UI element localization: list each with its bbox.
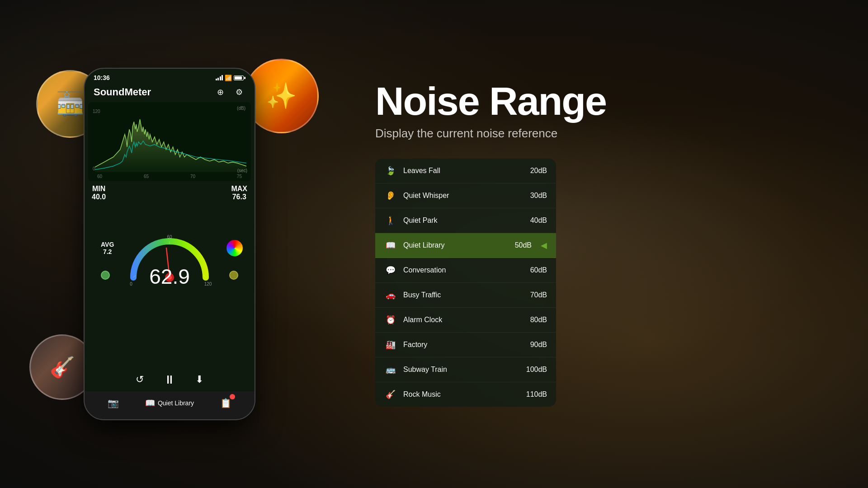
chart-x-labels: 60 65 70 75 (97, 174, 242, 179)
noise-name: Busy Traffic (403, 291, 516, 299)
noise-item[interactable]: 👂 Quiet Whisper 30dB (375, 183, 556, 208)
library-icon: 📖 (145, 398, 155, 408)
noise-name: Quiet Library (403, 241, 500, 249)
app-header: SoundMeter ⊕ ⚙ (85, 83, 255, 102)
avg-label: AVG (101, 241, 114, 248)
main-container: 🚋 ✨ 🎸 10:36 (0, 0, 868, 488)
chart-x-60: 60 (97, 174, 102, 179)
noise-name: Alarm Clock (403, 316, 516, 324)
noise-db: 60dB (522, 266, 547, 274)
min-max-row: MIN 40.0 MAX 76.3 (92, 185, 247, 201)
status-icons: 📶 (216, 75, 246, 81)
noise-db: 110dB (522, 390, 547, 399)
app-title: SoundMeter (94, 86, 151, 98)
avg-value: 7.2 (101, 248, 114, 255)
phone-section: 🚋 ✨ 🎸 10:36 (0, 0, 339, 488)
notes-icon: 📋 (219, 396, 233, 410)
noise-icon: 🎸 (384, 388, 397, 401)
active-arrow: ◀ (541, 240, 547, 250)
download-button[interactable]: ⬇ (191, 371, 208, 388)
noise-name: Quiet Whisper (403, 192, 516, 200)
noise-icon: 🚶 (384, 214, 397, 227)
db-reading: 62.9 (149, 264, 190, 289)
chart-x-70: 70 (190, 174, 195, 179)
noise-icon: 🏭 (384, 338, 397, 351)
min-label: MIN (92, 185, 106, 193)
noise-item[interactable]: 🍃 Leaves Fall 20dB (375, 159, 556, 183)
camera-button[interactable]: 📷 (106, 396, 120, 410)
phone-frame: 10:36 📶 (84, 68, 255, 420)
noise-item[interactable]: 📖 Quiet Library 50dB ◀ (375, 233, 556, 258)
min-value: 40.0 (92, 193, 106, 201)
min-value-container: MIN 40.0 (92, 185, 106, 201)
noise-db: 70dB (522, 291, 547, 299)
noise-db: 90dB (522, 341, 547, 349)
yellow-indicator (229, 271, 238, 280)
hero-title: Noise Range (375, 81, 841, 121)
max-label: MAX (231, 185, 247, 193)
notes-badge (230, 394, 235, 399)
noise-name: Rock Music (403, 390, 516, 399)
waveform-svg (95, 107, 246, 172)
noise-item[interactable]: 🎸 Rock Music 110dB (375, 382, 556, 407)
chart-x-65: 65 (144, 174, 149, 179)
gauge-section: MIN 40.0 MAX 76.3 AVG 7.2 (85, 181, 255, 368)
noise-list: 🍃 Leaves Fall 20dB 👂 Quiet Whisper 30dB … (375, 159, 556, 407)
noise-icon: 🚌 (384, 363, 397, 376)
status-time: 10:36 (94, 74, 110, 81)
noise-db: 20dB (522, 167, 547, 175)
waveform-chart: (dB) 120 0 (sec) (88, 102, 251, 181)
phone-screen: 10:36 📶 (85, 69, 255, 419)
battery-icon (234, 75, 245, 80)
bottom-bar: 📷 📖 Quiet Library 📋 (85, 391, 255, 419)
noise-name: Conversation (403, 266, 516, 274)
noise-icon: 👂 (384, 189, 397, 202)
right-section: Noise Range Display the current noise re… (339, 63, 868, 425)
noise-db: 30dB (522, 192, 547, 200)
green-indicator (101, 271, 110, 280)
controls-row: ↺ ⏸ ⬇ (85, 368, 255, 391)
signal-icon (216, 75, 223, 80)
library-button[interactable]: 📖 Quiet Library (145, 398, 194, 408)
wifi-icon: 📶 (225, 75, 232, 81)
svg-text:60: 60 (167, 235, 172, 239)
chart-x-75: 75 (237, 174, 242, 179)
noise-name: Factory (403, 341, 516, 349)
camera-icon: 📷 (106, 396, 120, 410)
noise-db: 80dB (522, 316, 547, 324)
noise-db: 50dB (507, 241, 532, 249)
noise-name: Quiet Park (403, 216, 516, 225)
noise-name: Leaves Fall (403, 167, 516, 175)
color-wheel-icon[interactable] (226, 240, 243, 256)
noise-icon: 🍃 (384, 164, 397, 177)
noise-icon: ⏰ (384, 314, 397, 326)
location-icon[interactable]: ⊕ (214, 86, 226, 99)
history-button[interactable]: ↺ (132, 371, 148, 388)
noise-item[interactable]: 💬 Conversation 60dB (375, 258, 556, 283)
noise-icon: 💬 (384, 264, 397, 277)
notes-button[interactable]: 📋 (219, 396, 233, 410)
library-label: Quiet Library (158, 399, 194, 407)
noise-item[interactable]: 🚗 Busy Traffic 70dB (375, 283, 556, 308)
noise-item[interactable]: 🏭 Factory 90dB (375, 333, 556, 357)
noise-item[interactable]: 🚶 Quiet Park 40dB (375, 208, 556, 233)
max-value: 76.3 (231, 193, 247, 201)
gauge-container: AVG 7.2 (92, 203, 247, 293)
noise-icon: 📖 (384, 239, 397, 252)
pause-button[interactable]: ⏸ (161, 371, 178, 388)
noise-icon: 🚗 (384, 289, 397, 301)
svg-text:120: 120 (204, 282, 212, 286)
max-value-container: MAX 76.3 (231, 185, 247, 201)
settings-icon[interactable]: ⚙ (233, 86, 245, 99)
svg-text:0: 0 (130, 282, 132, 286)
noise-db: 40dB (522, 216, 547, 225)
noise-item[interactable]: ⏰ Alarm Clock 80dB (375, 308, 556, 333)
status-bar: 10:36 📶 (85, 69, 255, 83)
noise-item[interactable]: 🚌 Subway Train 100dB (375, 357, 556, 382)
header-icons: ⊕ ⚙ (214, 86, 245, 99)
noise-name: Subway Train (403, 366, 516, 374)
avg-label-container: AVG 7.2 (101, 241, 114, 255)
noise-db: 100dB (522, 366, 547, 374)
hero-subtitle: Display the current noise reference (375, 127, 841, 141)
